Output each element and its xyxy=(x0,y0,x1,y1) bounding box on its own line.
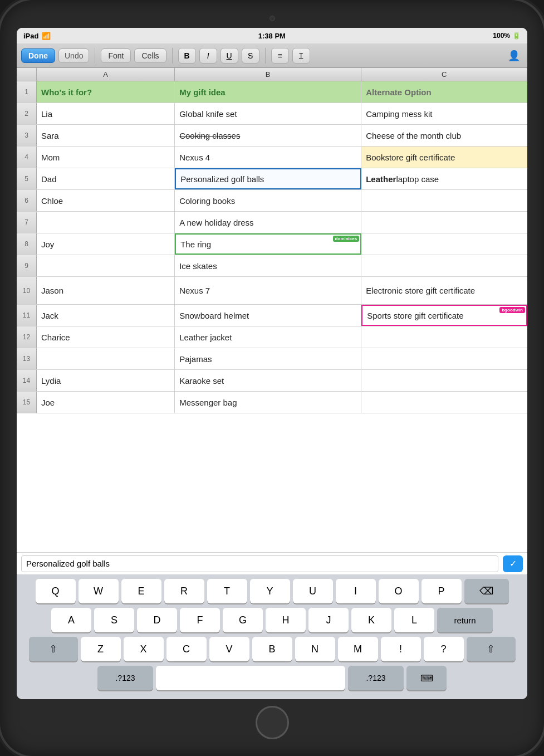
cell-b5[interactable]: Personalized golf balls xyxy=(175,168,361,189)
cell-b15[interactable]: Messenger bag xyxy=(175,392,361,413)
key-b[interactable]: B xyxy=(252,637,292,661)
key-y[interactable]: Y xyxy=(250,579,290,603)
key-h[interactable]: H xyxy=(266,608,306,632)
key-a[interactable]: A xyxy=(51,608,91,632)
cell-c3[interactable]: Cheese of the month club xyxy=(361,125,527,146)
align-button[interactable]: ≡ xyxy=(271,48,289,64)
shift-key-right[interactable]: ⇧ xyxy=(467,637,516,661)
cell-a10[interactable]: Jason xyxy=(37,277,175,304)
cell-c14[interactable] xyxy=(361,370,527,391)
key-question[interactable]: ? xyxy=(424,637,464,661)
cell-b4[interactable]: Nexus 4 xyxy=(175,147,361,168)
cell-a11[interactable]: Jack xyxy=(37,305,175,326)
font-button[interactable]: Font xyxy=(101,48,131,63)
key-v[interactable]: V xyxy=(209,637,249,661)
key-g[interactable]: G xyxy=(223,608,263,632)
table-row: 8 Joy The ring dominices xyxy=(17,233,527,255)
space-key[interactable] xyxy=(156,666,345,690)
cell-b13[interactable]: Pajamas xyxy=(175,348,361,369)
key-q[interactable]: Q xyxy=(36,579,76,603)
key-exclaim[interactable]: ! xyxy=(381,637,421,661)
cell-a15[interactable]: Joe xyxy=(37,392,175,413)
cell-c13[interactable] xyxy=(361,348,527,369)
key-i[interactable]: I xyxy=(336,579,376,603)
cell-c12[interactable] xyxy=(361,326,527,348)
cell-c15[interactable] xyxy=(361,392,527,413)
num-key-left[interactable]: .?123 xyxy=(97,666,153,690)
cell-c4[interactable]: Bookstore gift certificate xyxy=(361,147,527,168)
cell-b1[interactable]: My gift idea xyxy=(175,81,361,103)
key-x[interactable]: X xyxy=(124,637,164,661)
keyboard-dismiss-key[interactable]: ⌨ xyxy=(406,666,447,690)
key-m[interactable]: M xyxy=(338,637,378,661)
cell-a2[interactable]: Lia xyxy=(37,103,175,124)
cell-a13[interactable] xyxy=(37,348,175,369)
cell-a7[interactable] xyxy=(37,212,175,233)
cell-c10[interactable]: Electronic store gift certificate xyxy=(361,277,527,304)
key-j[interactable]: J xyxy=(308,608,349,632)
key-l[interactable]: L xyxy=(394,608,434,632)
confirm-button[interactable]: ✓ xyxy=(503,555,523,572)
cell-b6[interactable]: Coloring books xyxy=(175,190,361,211)
cells-button[interactable]: Cells xyxy=(134,48,166,63)
cell-a3[interactable]: Sara xyxy=(37,125,175,146)
table-row: 6 Chloe Coloring books xyxy=(17,190,527,212)
strikethrough-button[interactable]: S xyxy=(242,48,259,64)
key-w[interactable]: W xyxy=(79,579,119,603)
user-icon[interactable]: 👤 xyxy=(505,48,523,64)
key-r[interactable]: R xyxy=(164,579,204,603)
cell-a5[interactable]: Dad xyxy=(37,168,175,189)
cell-a9[interactable] xyxy=(37,255,175,276)
cell-a14[interactable]: Lydia xyxy=(37,370,175,391)
key-t[interactable]: T xyxy=(207,579,247,603)
undo-button[interactable]: Undo xyxy=(58,48,89,63)
done-button[interactable]: Done xyxy=(21,48,55,63)
cell-c9[interactable] xyxy=(361,255,527,276)
key-p[interactable]: P xyxy=(422,579,462,603)
cell-b3[interactable]: Cooking classes xyxy=(175,125,361,146)
cell-b8[interactable]: The ring dominices xyxy=(175,233,361,255)
cell-a6[interactable]: Chloe xyxy=(37,190,175,211)
key-n[interactable]: N xyxy=(295,637,335,661)
row-number: 11 xyxy=(17,305,37,326)
underline-button[interactable]: U xyxy=(220,48,238,64)
cell-a8[interactable]: Joy xyxy=(37,233,175,255)
key-z[interactable]: Z xyxy=(81,637,121,661)
cell-b14[interactable]: Karaoke set xyxy=(175,370,361,391)
shift-key[interactable]: ⇧ xyxy=(29,637,78,661)
cell-b10[interactable]: Nexus 7 xyxy=(175,277,361,304)
cell-a4[interactable]: Mom xyxy=(37,147,175,168)
table-row: 12 Charice Leather jacket xyxy=(17,326,527,348)
cell-b7[interactable]: A new holiday dress xyxy=(175,212,361,233)
key-d[interactable]: D xyxy=(137,608,177,632)
cell-c6[interactable] xyxy=(361,190,527,211)
ipad-label: iPad xyxy=(23,32,38,40)
cell-b11[interactable]: Snowboard helmet xyxy=(175,305,361,326)
key-k[interactable]: K xyxy=(351,608,391,632)
key-c[interactable]: C xyxy=(166,637,207,661)
home-button[interactable] xyxy=(256,706,289,739)
key-s[interactable]: S xyxy=(94,608,134,632)
num-key-right[interactable]: .?123 xyxy=(348,666,404,690)
cell-c5[interactable]: Leather laptop case xyxy=(361,168,527,189)
bold-button[interactable]: B xyxy=(178,48,196,64)
cell-c8[interactable] xyxy=(361,233,527,255)
backspace-key[interactable]: ⌫ xyxy=(464,579,509,603)
cell-b12[interactable]: Leather jacket xyxy=(175,326,361,348)
cell-c1[interactable]: Alternate Option xyxy=(361,81,527,103)
cell-b2[interactable]: Global knife set xyxy=(175,103,361,124)
cell-b9[interactable]: Ice skates xyxy=(175,255,361,276)
cell-c11[interactable]: Sports store gift certificate bgoodwin xyxy=(361,305,527,326)
key-u[interactable]: U xyxy=(293,579,333,603)
cell-a1[interactable]: Who's it for? xyxy=(37,81,175,103)
cell-c7[interactable] xyxy=(361,212,527,233)
italic-button[interactable]: I xyxy=(199,48,217,64)
key-e[interactable]: E xyxy=(121,579,161,603)
return-key[interactable]: return xyxy=(437,608,493,632)
cell-a12[interactable]: Charice xyxy=(37,326,175,348)
key-f[interactable]: F xyxy=(180,608,220,632)
key-o[interactable]: O xyxy=(379,579,419,603)
cell-c2[interactable]: Camping mess kit xyxy=(361,103,527,124)
formula-input[interactable] xyxy=(21,555,498,572)
text-style-button[interactable]: T xyxy=(292,48,310,64)
